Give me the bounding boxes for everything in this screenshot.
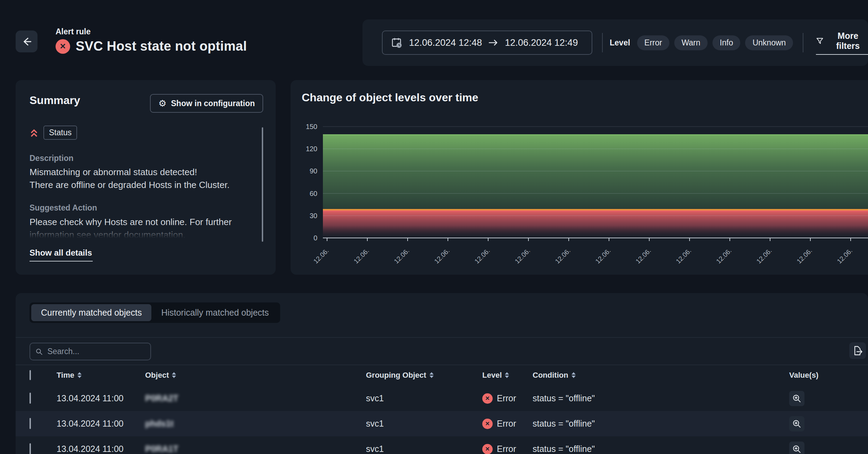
column-header-time[interactable]: Time <box>57 371 145 380</box>
screen: Alert rule ✕ SVC Host state not optimal … <box>0 0 868 454</box>
filter-bar: 12.06.2024 12:48 12.06.2024 12:49 Level … <box>362 19 868 66</box>
sort-icon <box>172 372 176 378</box>
condition-cell: status = "offline" <box>533 444 780 454</box>
search-input[interactable] <box>47 347 145 356</box>
summary-title: Summary <box>30 94 80 107</box>
more-filters-button[interactable]: More filters <box>816 31 868 55</box>
alert-rule-eyebrow: Alert rule <box>56 27 91 36</box>
summary-panel: Summary ⚙ Show in configuration Status D… <box>16 80 276 275</box>
condition-cell: status = "offline" <box>533 393 780 403</box>
object-name: P0RA1T <box>145 444 178 454</box>
summary-scrollbar[interactable] <box>262 127 263 242</box>
back-button[interactable] <box>16 31 37 52</box>
level-filter-label: Level <box>610 38 630 48</box>
svg-text:90: 90 <box>310 167 317 175</box>
show-in-configuration-button[interactable]: ⚙ Show in configuration <box>150 94 263 113</box>
sort-icon <box>505 372 509 378</box>
column-header-grouping-object[interactable]: Grouping Object <box>366 371 482 380</box>
error-level-icon: ✕ <box>482 444 493 454</box>
status-tag: Status <box>43 126 77 140</box>
error-level-icon: ✕ <box>482 393 493 404</box>
gear-icon: ⚙ <box>158 99 166 108</box>
table-row: 13.04.2024 11:00 P0RA1T svc1 ✕ Error sta… <box>16 436 868 454</box>
svg-text:12.06.: 12.06. <box>312 247 330 265</box>
export-button[interactable] <box>849 342 866 359</box>
inspect-values-button[interactable] <box>789 442 804 454</box>
description-label: Description <box>30 154 74 163</box>
column-header-level[interactable]: Level <box>482 371 533 380</box>
grouping-object-cell: svc1 <box>366 444 482 454</box>
magnifier-plus-icon <box>792 419 802 429</box>
column-header-condition[interactable]: Condition <box>533 371 780 380</box>
svg-text:12.06.: 12.06. <box>795 247 813 265</box>
description-text: Mismatching or abnormal status detected!… <box>30 166 229 191</box>
row-checkbox[interactable] <box>30 418 31 429</box>
svg-text:150: 150 <box>306 123 317 130</box>
level-chip-warn[interactable]: Warn <box>674 35 708 50</box>
error-level-icon: ✕ <box>482 419 493 429</box>
double-chevron-up-icon <box>30 127 39 138</box>
svg-text:120: 120 <box>306 145 317 153</box>
chart-panel: Change of object levels over time 030609… <box>291 80 868 275</box>
column-header-object[interactable]: Object <box>145 371 366 380</box>
more-filters-label: More filters <box>828 31 868 51</box>
sort-icon <box>77 372 82 378</box>
suggested-action-label: Suggested Action <box>30 203 97 213</box>
time-cell: 13.04.2024 11:00 <box>57 393 145 403</box>
svg-text:12.06.: 12.06. <box>675 247 693 265</box>
show-all-details-link[interactable]: Show all details <box>30 248 93 262</box>
summary-content: Description Mismatching or abnormal stat… <box>30 148 254 240</box>
svg-text:0: 0 <box>314 234 317 242</box>
column-header-values: Value(s) <box>780 371 854 380</box>
svg-text:12.06.: 12.06. <box>473 247 491 265</box>
table-body: 13.04.2024 11:00 P0RA2T svc1 ✕ Error sta… <box>16 386 868 454</box>
arrow-left-icon <box>21 36 33 48</box>
svg-text:12.06.: 12.06. <box>352 247 370 265</box>
level-cell: ✕ Error <box>482 419 533 429</box>
table-header: Time Object Grouping Object Level Condit… <box>16 365 868 386</box>
magnifier-plus-icon <box>792 394 802 403</box>
divider <box>602 33 603 52</box>
svg-text:30: 30 <box>310 212 317 220</box>
time-cell: 13.04.2024 11:00 <box>57 444 145 454</box>
svg-text:12.06.: 12.06. <box>836 247 854 265</box>
tab-currently-matched[interactable]: Currently matched objects <box>31 304 151 321</box>
inspect-values-button[interactable] <box>789 416 804 431</box>
svg-text:12.06.: 12.06. <box>554 247 572 265</box>
svg-text:12.06.: 12.06. <box>433 247 451 265</box>
svg-text:12.06.: 12.06. <box>755 247 773 265</box>
page-title-row: ✕ SVC Host state not optimal <box>56 39 247 54</box>
page-title: SVC Host state not optimal <box>76 39 247 54</box>
svg-text:12.06.: 12.06. <box>594 247 612 265</box>
svg-text:12.06.: 12.06. <box>715 247 733 265</box>
grouping-object-cell: svc1 <box>366 393 482 403</box>
row-checkbox[interactable] <box>30 443 31 454</box>
funnel-icon <box>816 36 824 45</box>
time-range-picker[interactable]: 12.06.2024 12:48 12.06.2024 12:49 <box>382 31 592 55</box>
matched-objects-panel: Currently matched objects Historically m… <box>16 293 868 454</box>
level-chip-unknown[interactable]: Unknown <box>745 35 793 50</box>
search-box <box>30 343 151 360</box>
table-row: 13.04.2024 11:00 P0RA2T svc1 ✕ Error sta… <box>16 386 868 411</box>
condition-cell: status = "offline" <box>533 419 780 429</box>
row-checkbox[interactable] <box>30 393 31 404</box>
grouping-object-cell: svc1 <box>366 419 482 429</box>
levels-over-time-chart: 030609012015012.06.12.06.12.06.12.06.12.… <box>291 115 868 271</box>
svg-text:12.06.: 12.06. <box>514 247 532 265</box>
level-cell: ✕ Error <box>482 444 533 454</box>
time-range-to: 12.06.2024 12:49 <box>505 37 578 48</box>
objects-tabs: Currently matched objects Historically m… <box>30 302 280 323</box>
suggested-action-text: Please check why Hosts are not online. F… <box>30 216 232 240</box>
object-name: P0RA2T <box>145 393 178 403</box>
level-filter-group: Level Error Warn Info Unknown More filte… <box>610 31 868 55</box>
select-all-checkbox[interactable] <box>30 370 31 380</box>
sort-icon <box>429 372 434 378</box>
level-chip-error[interactable]: Error <box>637 35 669 50</box>
tab-historically-matched[interactable]: Historically matched objects <box>151 304 278 321</box>
inspect-values-button[interactable] <box>789 391 804 406</box>
level-cell: ✕ Error <box>482 393 533 404</box>
level-chip-info[interactable]: Info <box>712 35 740 50</box>
svg-text:12.06.: 12.06. <box>393 247 411 265</box>
svg-text:12.06.: 12.06. <box>634 247 652 265</box>
chart-title: Change of object levels over time <box>302 91 478 104</box>
